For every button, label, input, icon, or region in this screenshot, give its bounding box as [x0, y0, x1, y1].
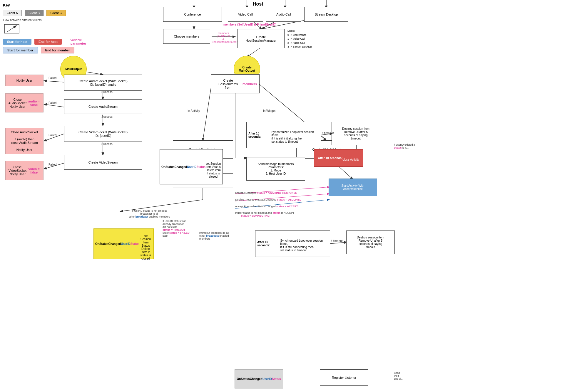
on-status-changed-2-box: OnStatusChanged UserID Status set Sessio… — [93, 228, 154, 259]
create-sessionitems-box: Create SessionItemsfrom members — [211, 74, 260, 93]
create-videostream-box: Create VideoStream — [64, 155, 142, 170]
parameter-label: parameter — [71, 42, 86, 45]
success-label-1: Success — [101, 90, 113, 94]
destroy-session-2-box: Destroy session itemRemove UI after 5sec… — [346, 231, 395, 254]
svg-line-19 — [203, 84, 212, 140]
mode-info: Mode:0 -> Conference1 -> Video Call2 -> … — [287, 29, 312, 49]
start-host-legend: Start for host — [3, 39, 31, 45]
svg-line-11 — [44, 81, 65, 82]
diagram-arrows — [0, 0, 577, 392]
user-status-accept-label: If user status is not timeout and status… — [235, 211, 295, 217]
if-timeout-label-1: if timeout — [322, 132, 334, 135]
destroy-session-1-box: Destroy session itemRemove UI after 5sec… — [332, 122, 380, 145]
close-audiosocket-1-box: Close AudioSocketNotify Useraudio = fals… — [5, 93, 44, 112]
if-userid-existed-label: if userID existed astatus is C... — [394, 143, 441, 149]
client-a-box: Client A — [3, 10, 22, 16]
accept-label: Accept Pressed onStatusChanged status = … — [235, 205, 298, 208]
if-timeout-label-2: if timeout — [331, 239, 343, 243]
after-10-sec-1-box: After 10 seconds:Synchronized Loop over … — [246, 122, 321, 148]
legend-row: Start for host End for host variable par… — [3, 38, 86, 45]
flow-label: Flow between different clients — [3, 18, 86, 22]
register-listener-2-box: Register Listener — [320, 369, 368, 386]
svg-line-13 — [44, 104, 65, 107]
awaiting-response-label: onStatusChanged status = AWAITING_RESPON… — [235, 191, 297, 194]
host-label: Host — [253, 1, 263, 7]
success-label-3: Success — [101, 142, 113, 146]
close-audiosocket-2-box: Close AudioSocketIf (audio) thenclose Au… — [5, 128, 44, 154]
key-clients: Client A Client B Client C — [3, 10, 86, 16]
failed-label-2: Failed — [48, 101, 56, 105]
notify-user-box: Notify User — [5, 75, 44, 86]
video-call-box: Video Call — [228, 7, 263, 22]
decline-label: Decline Pressed onStatusChanged status =… — [235, 198, 301, 201]
create-videosocket-box: Create VideoSocket (WriteSocket)ID: {use… — [64, 126, 142, 142]
key-section: Key Client A Client B Client C Flow betw… — [3, 3, 86, 53]
end-host-legend: End for host — [34, 39, 62, 45]
send-message-box: Send message to membersParameters:1. Mod… — [246, 157, 305, 181]
success-label-2: Success — [101, 115, 113, 118]
on-status-changed-3-box: OnStatusChanged UserID Status — [235, 369, 283, 388]
flow-arrow-icon — [3, 23, 21, 35]
if-userid-not-timeout-label: If UserID status is not timeoutbroadcast… — [120, 209, 179, 218]
variable-section: variable parameter — [71, 38, 86, 45]
in-widget-label: In Widget — [263, 109, 275, 112]
if-timeout-broadcast-label: if timeout broadcast to allother broadca… — [199, 231, 254, 240]
members-label-2: members (SelfUserID& ChosenMembersUserID… — [212, 32, 235, 43]
after-10-sec-red-box: After 10 seconds:close Activity — [314, 149, 363, 167]
svg-line-9 — [247, 47, 262, 57]
start-member-legend: Start for member — [3, 47, 38, 53]
failed-label-1: Failed — [48, 76, 56, 80]
svg-line-36 — [7, 26, 16, 32]
start-activity-box: Start Activity WithAccept/Decline — [329, 179, 377, 196]
legend-row-2: Start for member End for member — [3, 47, 86, 53]
create-audiostream-box: Create AudioStream — [64, 99, 142, 114]
diagram-container: Key Client A Client B Client C Flow betw… — [0, 0, 577, 392]
conference-box: Conference — [163, 7, 222, 22]
members-label-top: members (SelfUserID & FriendUserID) — [223, 23, 276, 26]
client-c-box: Client C — [46, 10, 66, 16]
end-member-legend: End for member — [41, 47, 74, 53]
variable-label: variable — [71, 38, 86, 42]
failed-label-3: Failed — [48, 134, 56, 137]
in-activity-label: In Activity — [188, 109, 200, 112]
client-b-box: Client B — [25, 10, 44, 16]
audio-call-box: Audio Call — [266, 7, 301, 22]
svg-line-27 — [338, 166, 353, 179]
create-hostsessionmanager-box: CreateHostSessionManager — [238, 29, 285, 48]
failed-label-4: Failed — [48, 163, 56, 166]
key-title: Key — [3, 3, 86, 7]
send-their-label: Sendtheirand vi... — [394, 371, 403, 380]
on-status-changed-1-box: OnStatusChanged UserID Status set Sessio… — [160, 149, 223, 184]
after-10-sec-2-box: After 10 seconds:Synchronized Loop over … — [255, 231, 330, 257]
create-audiosocket-box: Create AudioSocket (WriteSocket)ID: {use… — [64, 75, 142, 91]
stream-desktop-box: Stream Desktop — [304, 7, 348, 22]
close-videosocket-box: Close VideoSocketNotify Uservideo = fals… — [5, 161, 44, 180]
choose-members-box: Choose members — [163, 29, 210, 44]
